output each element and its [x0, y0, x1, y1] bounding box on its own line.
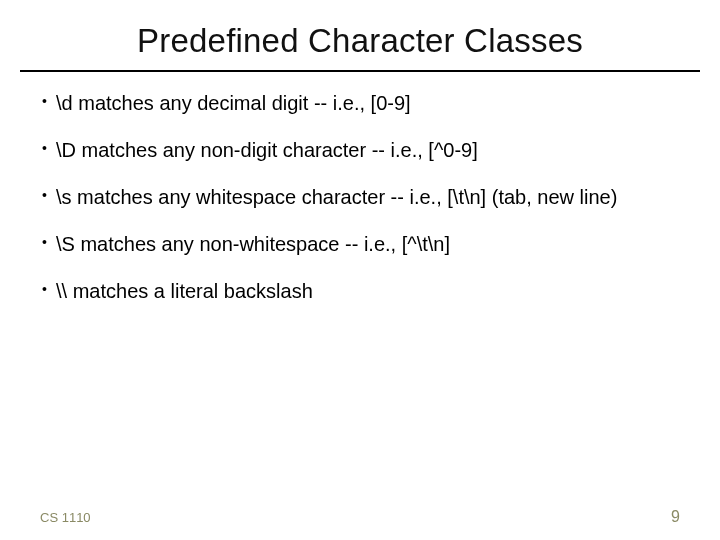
bullet-item: \s matches any whitespace character -- i…: [42, 184, 680, 211]
bullet-item: \\ matches a literal backslash: [42, 278, 680, 305]
footer-page-number: 9: [671, 508, 680, 526]
title-rule: [20, 70, 700, 72]
slide: Predefined Character Classes \d matches …: [0, 0, 720, 540]
footer-course: CS 1110: [40, 510, 91, 525]
slide-title: Predefined Character Classes: [40, 22, 680, 60]
bullet-item: \S matches any non-whitespace -- i.e., […: [42, 231, 680, 258]
bullet-list: \d matches any decimal digit -- i.e., [0…: [40, 90, 680, 305]
bullet-item: \d matches any decimal digit -- i.e., [0…: [42, 90, 680, 117]
bullet-item: \D matches any non-digit character -- i.…: [42, 137, 680, 164]
slide-footer: CS 1110 9: [40, 508, 680, 526]
